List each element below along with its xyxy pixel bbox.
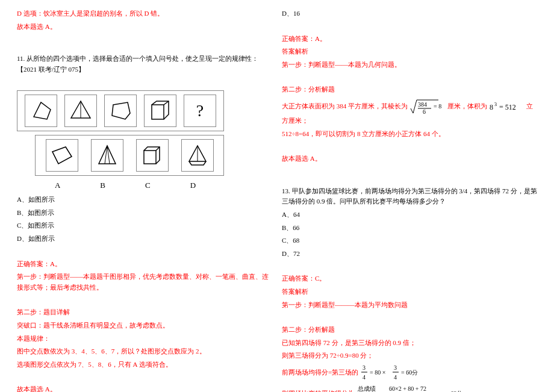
conclusion-a-1: 故本题选 A。 bbox=[17, 22, 272, 33]
svg-marker-6 bbox=[52, 147, 72, 164]
q11-title: 11. 从所给的四个选项中，选择最合适的一个填入问号处，使之呈现一定的规律性：【… bbox=[17, 54, 272, 75]
fraction-expr1-icon: 34 = 80 × 34 = 60分 bbox=[360, 364, 438, 382]
svg-line-5 bbox=[164, 101, 169, 105]
sqrt-expr-icon: 384 6 = 8 bbox=[409, 98, 446, 116]
question-mark: ? bbox=[184, 95, 216, 127]
q13-opt-d: D、72 bbox=[282, 249, 537, 260]
conclusion-a-2: 故本题选 A。 bbox=[17, 384, 272, 392]
q13-title: 13. 甲队参加四场篮球比赛，前两场场均得分为第三场得分的 3/4，第四场得 7… bbox=[282, 186, 537, 207]
svg-text:8: 8 bbox=[490, 103, 493, 111]
q12-ans-hdr: 答案解析 bbox=[282, 46, 537, 57]
option-shape-a bbox=[46, 139, 78, 172]
option-shape-d bbox=[181, 139, 214, 172]
cube-expr-icon: 8 3 = 512 bbox=[488, 101, 524, 112]
right-column: D、16 正确答案：A。 答案解析 第一步：判断题型——本题为几何问题。 第二步… bbox=[277, 6, 542, 386]
svg-text:6: 6 bbox=[423, 108, 426, 115]
q13-step2c: 前两场场均得分=第三场的 34 = 80 × 34 = 60分 bbox=[282, 364, 537, 382]
q13-answer: 正确答案：C。 bbox=[282, 273, 537, 284]
label-d: D bbox=[190, 179, 196, 192]
q12-step1: 第一步：判断题型——本题为几何问题。 bbox=[282, 60, 537, 70]
svg-rect-12 bbox=[144, 151, 156, 164]
option-labels: A B C D bbox=[35, 179, 216, 192]
shape-4 bbox=[144, 95, 176, 127]
svg-rect-4 bbox=[152, 105, 164, 119]
svg-text:384: 384 bbox=[418, 101, 427, 108]
q13-step2d: 则四场比赛的平均得分为 总成绩总场次 = 60×2 + 80 + 724 = 6… bbox=[282, 384, 537, 392]
svg-text:60×2 + 80 + 72: 60×2 + 80 + 72 bbox=[389, 385, 426, 392]
svg-line-13 bbox=[156, 147, 160, 151]
q13-step2-hdr: 第二步：分析解题 bbox=[282, 325, 537, 335]
q11-answer: 正确答案：A。 bbox=[17, 259, 272, 270]
conclusion-a-3: 故本题选 A。 bbox=[282, 154, 537, 164]
label-c: C bbox=[145, 179, 151, 192]
shape-1 bbox=[25, 95, 57, 127]
q12-step2-hdr: 第二步：分析解题 bbox=[282, 84, 537, 95]
label-a: A bbox=[55, 179, 60, 192]
q11-opt-d: D、如图所示 bbox=[17, 234, 272, 244]
svg-marker-9 bbox=[99, 146, 116, 164]
q11-rule1: 图中交点数依次为 3、4、5、6、7，所以？处图形交点数应为 2。 bbox=[17, 346, 272, 357]
q11-breakthrough: 突破口：题干线条清晰且有明显交点，故考虑数点。 bbox=[17, 320, 272, 331]
q13-opt-c: C、68 bbox=[282, 235, 537, 246]
q13-opt-a: A、64 bbox=[282, 210, 537, 220]
svg-line-8 bbox=[66, 147, 72, 157]
q11-figure-row: ? bbox=[17, 90, 224, 131]
q11-options-row bbox=[35, 135, 224, 176]
svg-marker-3 bbox=[112, 102, 130, 119]
q11-rule2: 选项图形交点依次为 7、5、8、6，只有 A 选项符合。 bbox=[17, 359, 272, 370]
shape-2 bbox=[64, 95, 97, 127]
q11-step2-hdr: 第二步：题目详解 bbox=[17, 307, 272, 318]
option-d-explain: D 选项：饮冰室主人是梁启超的别名，所以 D 错。 bbox=[17, 8, 272, 19]
q13-period: 。 bbox=[479, 389, 485, 392]
svg-text:4: 4 bbox=[394, 374, 397, 381]
svg-text:总成绩: 总成绩 bbox=[357, 385, 376, 392]
svg-text:= 8: = 8 bbox=[434, 103, 441, 110]
q13-step2b: 则第三场得分为 72÷0.9=80 分； bbox=[282, 350, 537, 361]
left-column: D 选项：饮冰室主人是梁启超的别名，所以 D 错。 故本题选 A。 11. 从所… bbox=[12, 6, 277, 386]
q11-step1: 第一步：判断题型——本题题干图形相异，优先考虑数数量、对称、一笔画、曲直、连接形… bbox=[17, 272, 272, 293]
svg-text:3: 3 bbox=[394, 364, 397, 371]
svg-text:3: 3 bbox=[494, 102, 497, 107]
q13-ans-hdr: 答案解析 bbox=[282, 287, 537, 297]
q13-step1: 第一步：判断题型———本题为平均数问题 bbox=[282, 300, 537, 311]
svg-line-7 bbox=[52, 152, 58, 164]
q11-rule-hdr: 本题规律： bbox=[17, 334, 272, 344]
q11-opt-c: C、如图所示 bbox=[17, 220, 272, 231]
svg-text:4: 4 bbox=[363, 374, 366, 381]
option-shape-c bbox=[136, 139, 169, 172]
q12-step2-line-a: 大正方体表面积为 384 平方厘米，其棱长为 384 6 = 8 厘米，体积为 … bbox=[282, 98, 537, 126]
q12-step2-line-b: 512÷8=64，即可以切割为 8 立方厘米的小正方体 64 个。 bbox=[282, 129, 537, 140]
q13-opt-b: B、66 bbox=[282, 223, 537, 234]
q12-opt-d: D、16 bbox=[282, 8, 537, 19]
q11-opt-a: A、如图所示 bbox=[17, 194, 272, 205]
q12-answer: 正确答案：A。 bbox=[282, 34, 537, 45]
svg-text:= 512: = 512 bbox=[499, 103, 516, 111]
option-shape-b bbox=[91, 139, 123, 172]
svg-text:= 60分: = 60分 bbox=[401, 369, 418, 376]
fraction-expr2-icon: 总成绩总场次 = 60×2 + 80 + 724 = 68分 bbox=[356, 384, 477, 392]
svg-text:3: 3 bbox=[363, 364, 366, 371]
q13-step2a: 已知第四场得 72 分，是第三场得分的 0.9 倍； bbox=[282, 338, 537, 349]
svg-marker-0 bbox=[34, 102, 51, 119]
svg-text:= 80 ×: = 80 × bbox=[370, 369, 385, 376]
label-b: B bbox=[100, 179, 105, 192]
q11-opt-b: B、如图所示 bbox=[17, 208, 272, 219]
shape-3 bbox=[104, 95, 137, 127]
